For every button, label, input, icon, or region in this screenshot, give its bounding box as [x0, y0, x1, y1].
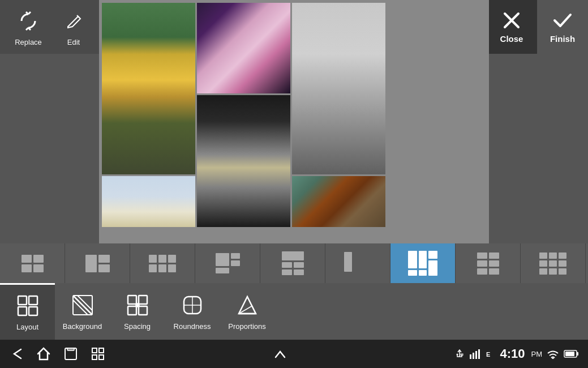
svg-point-34	[552, 358, 553, 360]
layout-option-3[interactable]	[195, 243, 260, 283]
edit-label: Edit	[67, 38, 80, 46]
collage-area	[99, 0, 489, 243]
svg-rect-30	[473, 353, 474, 359]
svg-rect-4	[18, 307, 27, 315]
layout-option-7[interactable]	[456, 243, 521, 283]
svg-rect-5	[29, 307, 37, 315]
svg-rect-12	[128, 306, 136, 315]
edit-icon	[60, 7, 87, 35]
usb-icon	[454, 349, 465, 359]
spacing-tool-label: Spacing	[124, 322, 151, 331]
home-icon[interactable]	[36, 346, 51, 362]
svg-rect-32	[478, 349, 480, 359]
screenshot-icon[interactable]	[90, 346, 106, 362]
proportions-icon	[235, 293, 260, 318]
finish-label: Finish	[550, 34, 575, 44]
recents-icon[interactable]	[63, 346, 79, 362]
am-pm-display: PM	[531, 350, 542, 358]
svg-rect-3	[29, 296, 37, 305]
close-button[interactable]: Close	[486, 0, 537, 54]
svg-rect-23	[92, 348, 97, 353]
status-left-icons	[8, 346, 106, 362]
layout-tool-label: Layout	[16, 323, 38, 331]
photo-beach[interactable]	[102, 176, 195, 227]
svg-rect-13	[139, 306, 147, 315]
svg-line-7	[73, 296, 92, 315]
svg-rect-2	[18, 296, 27, 305]
roundness-tool-button[interactable]: Roundness	[165, 283, 220, 340]
proportions-tool-label: Proportions	[228, 322, 265, 331]
svg-rect-24	[99, 348, 104, 353]
layout-option-5[interactable]	[325, 243, 390, 283]
svg-rect-10	[128, 296, 136, 304]
layout-option-1[interactable]	[65, 243, 130, 283]
replace-label: Replace	[15, 38, 42, 46]
battery-icon	[564, 349, 580, 359]
photo-van[interactable]	[102, 3, 195, 174]
layout-option-4[interactable]	[260, 243, 325, 283]
spacing-icon	[125, 293, 150, 318]
layout-icon	[15, 293, 40, 318]
finish-button[interactable]: Finish	[537, 0, 588, 54]
svg-rect-37	[565, 352, 574, 356]
background-tool-label: Background	[63, 322, 102, 331]
status-right: E 4:10 PM	[454, 346, 580, 361]
close-label: Close	[500, 34, 523, 44]
svg-rect-14	[136, 303, 139, 307]
photo-flowers[interactable]	[197, 3, 290, 93]
photo-lighthouse[interactable]	[292, 3, 385, 174]
svg-rect-11	[139, 296, 147, 304]
replace-icon	[15, 7, 42, 35]
spacing-tool-button[interactable]: Spacing	[110, 283, 165, 340]
roundness-tool-label: Roundness	[174, 322, 211, 331]
status-center	[272, 346, 288, 362]
svg-marker-18	[239, 297, 256, 314]
replace-button[interactable]: Replace	[6, 3, 51, 51]
photo-doors[interactable]	[292, 176, 385, 227]
svg-rect-29	[470, 354, 471, 359]
svg-rect-36	[577, 352, 578, 356]
layout-option-2[interactable]	[130, 243, 195, 283]
layout-option-6[interactable]	[390, 243, 456, 283]
top-left-buttons: Replace Edit	[0, 3, 96, 51]
layout-option-0[interactable]	[0, 243, 65, 283]
layout-option-8[interactable]	[521, 243, 586, 283]
time-display: 4:10	[500, 346, 525, 361]
svg-rect-26	[99, 355, 104, 360]
proportions-tool-button[interactable]: Proportions	[220, 283, 274, 340]
svg-rect-31	[475, 351, 477, 359]
layout-tool-button[interactable]: Layout	[0, 283, 55, 340]
svg-rect-22	[67, 348, 74, 350]
network-icon: E	[485, 349, 495, 359]
svg-rect-25	[92, 355, 97, 360]
signal-icon	[469, 349, 480, 359]
status-bar: E 4:10 PM	[0, 340, 588, 368]
up-arrow-icon	[272, 346, 288, 362]
bottom-toolbar: Layout Background Spacing	[0, 283, 588, 340]
roundness-icon	[180, 293, 205, 318]
background-tool-button[interactable]: Background	[55, 283, 110, 340]
wifi-icon	[547, 349, 559, 359]
back-icon[interactable]	[8, 346, 24, 362]
top-right-buttons: Close Finish	[486, 0, 588, 54]
photo-camera[interactable]	[197, 95, 290, 227]
background-icon	[70, 293, 95, 318]
svg-point-27	[457, 354, 458, 356]
edit-button[interactable]: Edit	[51, 3, 96, 51]
layout-strip	[0, 243, 588, 283]
svg-text:E: E	[486, 351, 490, 358]
